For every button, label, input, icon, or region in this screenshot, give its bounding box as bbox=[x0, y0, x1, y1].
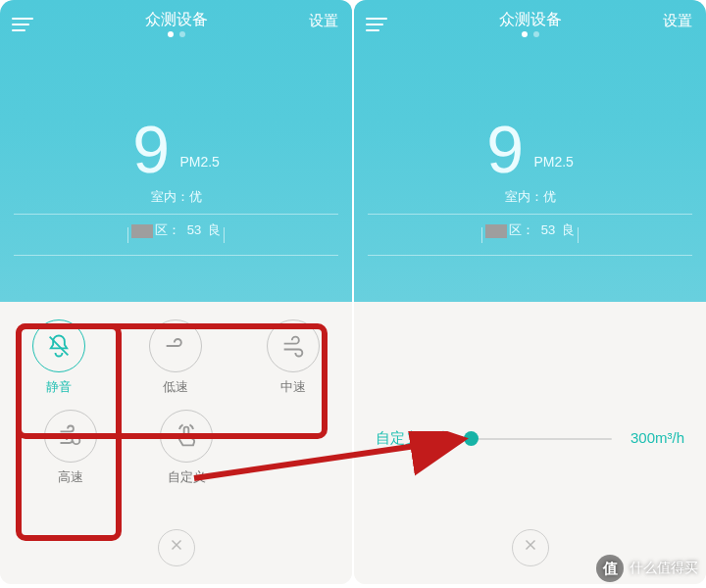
phone-right: 众测设备 设置 9 PM2.5 室内：优 区： 53 良 bbox=[354, 0, 706, 584]
custom-speed-sheet: 自定义风速 300m³/h bbox=[354, 302, 706, 584]
status-panel: 众测设备 设置 9 PM2.5 室内：优 区： 53 良 bbox=[0, 0, 352, 302]
mode-silent[interactable]: 静音 bbox=[18, 319, 100, 396]
nav-bar: 众测设备 设置 bbox=[0, 0, 352, 43]
page-indicator bbox=[354, 31, 706, 37]
pm25-unit: PM2.5 bbox=[533, 154, 573, 170]
close-icon bbox=[522, 536, 539, 554]
page-title: 众测设备 bbox=[0, 10, 352, 30]
air-quality-reading: 9 PM2.5 室内：优 区： 53 良 bbox=[354, 116, 706, 239]
tap-gesture-icon bbox=[160, 410, 213, 463]
close-button[interactable] bbox=[158, 529, 195, 566]
page-indicator bbox=[0, 31, 352, 37]
close-icon bbox=[168, 536, 185, 554]
mode-high[interactable]: 高速 bbox=[29, 410, 112, 486]
close-button[interactable] bbox=[512, 529, 549, 566]
nav-bar: 众测设备 设置 bbox=[354, 0, 706, 43]
slider-label: 自定义风速 bbox=[376, 429, 449, 448]
indoor-quality: 室内：优 bbox=[354, 188, 706, 206]
pm25-value: 9 bbox=[132, 116, 170, 182]
mode-custom[interactable]: 自定义 bbox=[145, 410, 227, 486]
status-panel: 众测设备 设置 9 PM2.5 室内：优 区： 53 良 bbox=[354, 0, 706, 302]
outdoor-quality: 区： 53 良 bbox=[354, 221, 706, 239]
air-quality-reading: 9 PM2.5 室内：优 区： 53 良 bbox=[0, 116, 352, 239]
wind-high-icon bbox=[44, 410, 97, 463]
mode-low[interactable]: 低速 bbox=[134, 319, 217, 396]
pm25-value: 9 bbox=[486, 116, 524, 182]
outdoor-quality: 区： 53 良 bbox=[0, 221, 352, 239]
watermark: 值 什么值得买 bbox=[596, 555, 698, 582]
redacted-block bbox=[131, 224, 153, 238]
settings-link[interactable]: 设置 bbox=[663, 12, 692, 30]
slider-value: 300m³/h bbox=[630, 429, 684, 446]
speed-slider-knob[interactable] bbox=[464, 431, 479, 446]
comparison-canvas: 众测设备 设置 9 PM2.5 室内：优 区： 53 良 bbox=[0, 0, 706, 588]
settings-link[interactable]: 设置 bbox=[309, 12, 338, 30]
mode-medium[interactable]: 中速 bbox=[252, 319, 334, 396]
watermark-badge: 值 bbox=[596, 555, 624, 582]
wind-medium-icon bbox=[267, 319, 320, 372]
wind-low-icon bbox=[149, 319, 202, 372]
indoor-quality: 室内：优 bbox=[0, 188, 352, 206]
watermark-text: 什么值得买 bbox=[630, 560, 698, 577]
bell-off-icon bbox=[32, 319, 85, 372]
mode-sheet: 静音 低速 中速 bbox=[0, 302, 352, 584]
page-title: 众测设备 bbox=[354, 10, 706, 30]
phone-left: 众测设备 设置 9 PM2.5 室内：优 区： 53 良 bbox=[0, 0, 352, 584]
redacted-block bbox=[485, 224, 507, 238]
pm25-unit: PM2.5 bbox=[179, 154, 219, 170]
speed-slider-track[interactable] bbox=[470, 438, 612, 440]
mode-grid: 静音 低速 中速 bbox=[0, 319, 352, 500]
